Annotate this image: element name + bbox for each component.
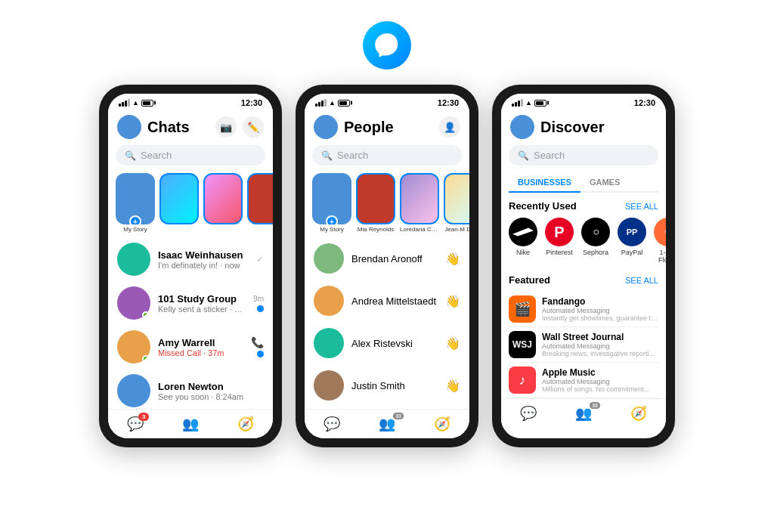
recently-used-nike[interactable]: Nike (509, 218, 537, 264)
featured-see-all[interactable]: SEE ALL (625, 276, 658, 285)
camera-icon[interactable]: 📷 (215, 116, 237, 138)
people-story-3[interactable]: Jean-M Denis (444, 173, 469, 233)
tab-businesses[interactable]: BUSINESSES (509, 173, 580, 193)
person-add-icon[interactable]: 👤 (439, 116, 460, 138)
wave-icon-1[interactable]: 👋 (445, 252, 460, 266)
chats-search-bar[interactable]: 🔍 Search (116, 145, 265, 165)
chat-avatar-1 (117, 243, 150, 276)
check-icon-1: ✓ (256, 254, 264, 264)
wsj-info: Wall Street Journal Automated Messaging … (542, 332, 658, 357)
story-avatar-2 (159, 173, 199, 224)
chat-info-1: Isaac Weinhausen I'm definately in! · no… (158, 249, 249, 270)
signal-area-2: ▲ (315, 99, 350, 107)
apple-music-logo: ♪ (509, 367, 536, 394)
sephora-label: Sephora (583, 249, 608, 256)
discover-title: Discover (540, 119, 657, 136)
recently-used-sephora[interactable]: ⬡ Sephora (581, 218, 610, 264)
recently-used-pinterest[interactable]: P Pinterest (545, 218, 574, 264)
featured-fandango[interactable]: 🎬 Fandango Automated Messaging Instantly… (509, 292, 658, 327)
people-screen: ▲ 12:30 People 👤 🔍 Search (305, 94, 469, 438)
fandango-desc: Instantly get showtimes, guarantee tick.… (542, 314, 658, 322)
featured-wsj[interactable]: WSJ Wall Street Journal Automated Messag… (509, 327, 658, 363)
people-avatar-3 (314, 328, 344, 358)
people-my-story[interactable]: + My Story (312, 173, 351, 233)
nav-people-1[interactable]: 👥 (175, 416, 206, 432)
recently-used-see-all[interactable]: SEE ALL (625, 202, 658, 211)
nav-discover-3[interactable]: 🧭 (624, 405, 654, 422)
wave-icon-justin[interactable]: 👋 (445, 379, 460, 393)
paypal-icon: PP (618, 218, 646, 246)
nav-discover-2[interactable]: 🧭 (427, 416, 457, 432)
my-story-item[interactable]: + My Story (116, 173, 155, 233)
nav-chats-2[interactable]: 💬 (317, 416, 347, 432)
people-item-2[interactable]: Andrea Mittelstaedt 👋 (305, 280, 469, 322)
discover-search-bar[interactable]: 🔍 Search (509, 145, 658, 165)
chat-meta-1: ✓ (256, 254, 264, 264)
fandango-name: Fandango (542, 296, 658, 307)
chat-item-4[interactable]: Loren Newton See you soon · 8:24am (108, 369, 273, 409)
story-item-4[interactable] (247, 173, 273, 233)
wsj-desc: Breaking news, investigative reporting..… (542, 350, 658, 357)
nav-chats-3[interactable]: 💬 (513, 405, 543, 422)
add-story-btn[interactable]: + (129, 215, 141, 224)
signal-icon (119, 99, 130, 107)
people-my-story-avatar: + (312, 173, 351, 224)
people-item-3[interactable]: Alex Ristevski 👋 (305, 322, 469, 364)
time-display-1: 12:30 (241, 98, 262, 107)
discover-nav-icon-3: 🧭 (630, 405, 647, 422)
user-avatar-3[interactable] (510, 115, 534, 139)
nav-chats-1[interactable]: 💬 3 (120, 416, 150, 432)
chat-time-2: 9m (253, 295, 264, 303)
wifi-indicator-3: ▲ (525, 99, 532, 107)
people-add-story-btn[interactable]: + (326, 215, 338, 224)
chat-info-2: 101 Study Group Kelly sent a sticker · 9… (158, 293, 246, 314)
chat-item-2[interactable]: 101 Study Group Kelly sent a sticker · 9… (108, 281, 273, 325)
search-icon-3: 🔍 (518, 150, 529, 161)
user-avatar-1[interactable] (117, 115, 141, 139)
story-item-3[interactable] (203, 173, 243, 233)
featured-section: Featured SEE ALL 🎬 Fandango Automated Me… (501, 271, 666, 398)
user-avatar-2[interactable] (314, 115, 338, 139)
people-story-2[interactable]: Loredana Crisan (400, 173, 439, 233)
people-nav-icon-3: 👥 (575, 405, 592, 422)
nav-people-2[interactable]: 👥 33 (372, 416, 402, 432)
online-indicator-3 (142, 355, 150, 363)
unread-dot-2 (257, 305, 264, 312)
chat-nav-icon-3: 💬 (520, 405, 537, 422)
story-avatar-4 (247, 173, 273, 224)
chat-item-1[interactable]: Isaac Weinhausen I'm definately in! · no… (108, 237, 273, 281)
people-story-label-2: Loredana Crisan (400, 226, 439, 233)
people-avatar-2 (314, 286, 344, 316)
compose-icon[interactable]: ✏️ (243, 116, 264, 138)
wsj-sub: Automated Messaging (542, 342, 658, 350)
pinterest-icon: P (545, 218, 574, 246)
person-add-symbol: 👤 (444, 122, 456, 133)
wave-icon-3[interactable]: 👋 (445, 336, 460, 351)
nav-people-3[interactable]: 👥 33 (568, 405, 599, 422)
signal-icon-3 (512, 99, 523, 107)
wave-icon-2[interactable]: 👋 (445, 294, 460, 308)
signal-area: ▲ (119, 99, 153, 107)
phones-container: ▲ 12:30 Chats 📷 ✏️ 🔍 Search (99, 85, 675, 447)
messenger-logo-section (363, 21, 411, 70)
stories-row-1: + My Story (108, 170, 273, 237)
battery-icon-3 (534, 100, 546, 107)
people-search-bar[interactable]: 🔍 Search (312, 145, 462, 165)
people-story-1[interactable]: Mia Reynolds (356, 173, 395, 233)
chat-meta-3: 📞 (251, 336, 264, 357)
chats-bottom-nav: 💬 3 👥 🧭 (108, 409, 273, 438)
chat-preview-1: I'm definately in! · now (158, 261, 249, 270)
story-avatar-3 (203, 173, 243, 224)
recently-used-paypal[interactable]: PP PayPal (618, 218, 646, 264)
featured-apple-music[interactable]: ♪ Apple Music Automated Messaging Millio… (509, 363, 658, 398)
tab-games[interactable]: GAMES (580, 173, 629, 193)
fandango-logo: 🎬 (509, 295, 536, 323)
people-item-1[interactable]: Brendan Aronoff 👋 (305, 237, 469, 280)
nav-discover-1[interactable]: 🧭 (231, 416, 261, 432)
recently-used-title: Recently Used (509, 200, 577, 212)
people-item-justin[interactable]: Justin Smith 👋 (305, 364, 469, 407)
chat-item-3[interactable]: Amy Warrell Missed Call · 37m 📞 (108, 325, 273, 369)
story-item-2[interactable] (159, 173, 199, 233)
status-bar-2: ▲ 12:30 (305, 94, 469, 110)
recently-used-extra[interactable]: 🌸 1-800 Flow... (654, 218, 666, 264)
